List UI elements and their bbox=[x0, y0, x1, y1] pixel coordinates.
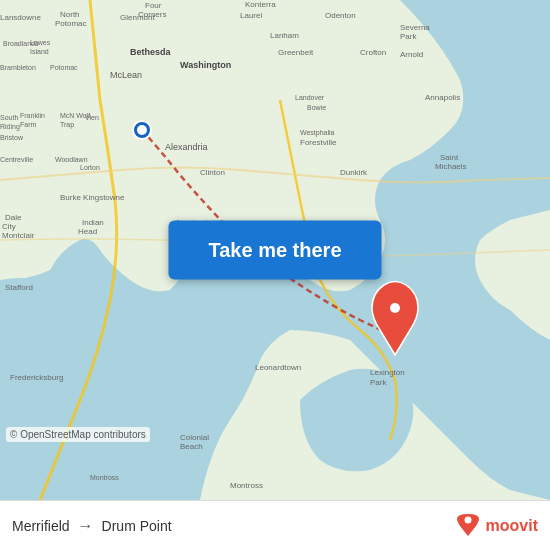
svg-text:Franklin: Franklin bbox=[20, 112, 45, 119]
moovit-logo-icon bbox=[454, 512, 482, 540]
svg-text:Saint: Saint bbox=[440, 153, 459, 162]
map-container: McLean Washington Alexandria Burke Kings… bbox=[0, 0, 550, 500]
svg-text:Potomac: Potomac bbox=[50, 64, 78, 71]
svg-text:Riding: Riding bbox=[0, 123, 20, 131]
svg-text:Odenton: Odenton bbox=[325, 11, 356, 20]
svg-text:Washington: Washington bbox=[180, 60, 231, 70]
svg-text:Island: Island bbox=[30, 48, 49, 55]
svg-text:Bethesda: Bethesda bbox=[130, 47, 172, 57]
svg-text:Montross: Montross bbox=[90, 474, 119, 481]
svg-text:Crofton: Crofton bbox=[360, 48, 386, 57]
svg-text:Severna: Severna bbox=[400, 23, 430, 32]
svg-text:Burke Kingstowne: Burke Kingstowne bbox=[60, 193, 125, 202]
svg-text:Lansdowne: Lansdowne bbox=[0, 13, 41, 22]
svg-text:Michaels: Michaels bbox=[435, 162, 467, 171]
svg-text:Park: Park bbox=[370, 378, 387, 387]
svg-text:Stafford: Stafford bbox=[5, 283, 33, 292]
svg-text:Lexington: Lexington bbox=[370, 368, 405, 377]
svg-text:Lorton: Lorton bbox=[80, 164, 100, 171]
svg-text:Clinton: Clinton bbox=[200, 168, 225, 177]
svg-point-63 bbox=[137, 125, 147, 135]
svg-point-64 bbox=[390, 303, 400, 313]
bottom-bar: Merrifield → Drum Point moovit bbox=[0, 500, 550, 550]
svg-text:Potomac: Potomac bbox=[55, 19, 87, 28]
svg-text:Lanham: Lanham bbox=[270, 31, 299, 40]
svg-text:Dale: Dale bbox=[5, 213, 22, 222]
svg-text:Park: Park bbox=[400, 32, 417, 41]
svg-text:Four: Four bbox=[145, 1, 162, 10]
svg-text:Bristow: Bristow bbox=[0, 134, 24, 141]
svg-text:Laurel: Laurel bbox=[240, 11, 262, 20]
svg-text:Arnold: Arnold bbox=[400, 50, 423, 59]
svg-text:Woodlawn: Woodlawn bbox=[55, 156, 88, 163]
route-arrow-icon: → bbox=[78, 517, 94, 535]
moovit-logo: moovit bbox=[454, 512, 538, 540]
svg-text:Forestville: Forestville bbox=[300, 138, 337, 147]
svg-text:Dunkirk: Dunkirk bbox=[340, 168, 368, 177]
svg-point-65 bbox=[464, 516, 471, 523]
svg-text:Montross: Montross bbox=[230, 481, 263, 490]
svg-text:Landover: Landover bbox=[295, 94, 325, 101]
svg-text:Corners: Corners bbox=[138, 10, 166, 19]
origin-label: Merrifield bbox=[12, 518, 70, 534]
svg-text:City: City bbox=[2, 222, 16, 231]
svg-text:Fredericksburg: Fredericksburg bbox=[10, 373, 63, 382]
svg-text:South: South bbox=[0, 114, 18, 121]
svg-text:Indian: Indian bbox=[82, 218, 104, 227]
svg-text:Westphalia: Westphalia bbox=[300, 129, 335, 137]
svg-text:Konterra: Konterra bbox=[245, 0, 276, 9]
svg-text:Colonial: Colonial bbox=[180, 433, 209, 442]
attribution-text: © OpenStreetMap contributors bbox=[6, 427, 150, 442]
route-info: Merrifield → Drum Point bbox=[12, 517, 454, 535]
svg-text:Beach: Beach bbox=[180, 442, 203, 451]
svg-text:Annapolis: Annapolis bbox=[425, 93, 460, 102]
moovit-text: moovit bbox=[486, 517, 538, 535]
svg-text:Bowie: Bowie bbox=[307, 104, 326, 111]
svg-text:Greenbelt: Greenbelt bbox=[278, 48, 314, 57]
svg-text:Farm: Farm bbox=[20, 121, 37, 128]
svg-text:Brambleton: Brambleton bbox=[0, 64, 36, 71]
svg-text:Centreville: Centreville bbox=[0, 156, 33, 163]
svg-text:Trap: Trap bbox=[60, 121, 74, 129]
svg-text:McLean: McLean bbox=[110, 70, 142, 80]
svg-text:Head: Head bbox=[78, 227, 97, 236]
svg-text:Vien: Vien bbox=[85, 114, 99, 121]
svg-text:North: North bbox=[60, 10, 80, 19]
svg-text:Montclair: Montclair bbox=[2, 231, 35, 240]
svg-text:Lowes: Lowes bbox=[30, 39, 51, 46]
svg-text:Leonardtown: Leonardtown bbox=[255, 363, 301, 372]
svg-text:Alexandria: Alexandria bbox=[165, 142, 208, 152]
take-me-there-button[interactable]: Take me there bbox=[168, 221, 381, 280]
button-overlay: Take me there bbox=[168, 221, 381, 280]
destination-label: Drum Point bbox=[102, 518, 172, 534]
